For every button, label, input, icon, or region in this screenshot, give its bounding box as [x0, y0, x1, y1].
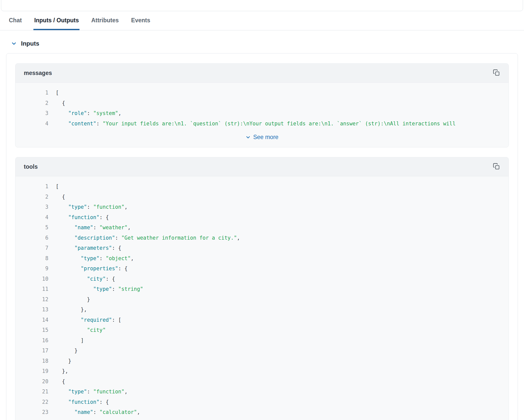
code-text: "name": "calculator",	[56, 407, 140, 417]
line-number: 14	[15, 315, 48, 325]
line-number: 22	[15, 397, 48, 407]
tools-panel-header: tools	[15, 157, 509, 176]
code-line: 4 "function": {	[15, 212, 509, 223]
see-more-link[interactable]: See more	[15, 132, 509, 147]
line-number: 13	[15, 304, 48, 315]
code-text: "description": "Evaluate a mathematical …	[56, 417, 240, 420]
line-number: 4	[15, 212, 48, 223]
line-number: 15	[15, 325, 48, 335]
line-number: 21	[15, 387, 48, 397]
code-text: },	[56, 366, 68, 376]
code-text: "properties": {	[56, 263, 128, 274]
code-line: 3 "type": "function",	[15, 202, 509, 212]
line-number: 7	[15, 243, 48, 253]
line-number: 18	[15, 356, 48, 366]
line-number: 17	[15, 346, 48, 356]
code-line: 23 "name": "calculator",	[15, 407, 509, 417]
messages-panel-header: messages	[15, 64, 509, 83]
line-number: 5	[15, 222, 48, 233]
see-more-label: See more	[253, 134, 278, 141]
code-line: 8 "type": "object",	[15, 253, 509, 264]
code-line: 17 }	[15, 346, 509, 356]
code-line: 12 }	[15, 294, 509, 305]
code-text: "type": "function",	[56, 387, 128, 397]
chevron-down-icon[interactable]	[11, 41, 17, 46]
code-text: "function": {	[56, 397, 109, 407]
code-line: 19 },	[15, 366, 509, 376]
code-text: "role": "system",	[56, 108, 121, 119]
code-text: }	[56, 356, 71, 366]
line-number: 9	[15, 263, 48, 274]
code-text: [	[56, 181, 59, 192]
code-text: }	[56, 346, 77, 356]
code-text: }	[56, 294, 90, 305]
code-line: 2 {	[15, 192, 509, 202]
code-text: {	[56, 192, 65, 202]
code-line: 3 "role": "system",	[15, 108, 509, 119]
line-number: 20	[15, 376, 48, 387]
code-line: 2 {	[15, 98, 509, 108]
code-line: 24 "description": "Evaluate a mathematic…	[15, 417, 509, 420]
code-text: ]	[56, 335, 84, 346]
line-number: 3	[15, 202, 48, 212]
code-text: "description": "Get weather information …	[56, 233, 240, 243]
tab-events[interactable]: Events	[130, 11, 151, 30]
code-line: 7 "parameters": {	[15, 243, 509, 253]
line-number: 3	[15, 108, 48, 119]
line-number: 19	[15, 366, 48, 376]
tab-chat[interactable]: Chat	[8, 11, 23, 30]
code-text: "city"	[56, 325, 106, 335]
line-number: 1	[15, 88, 48, 98]
code-line: 4 "content": "Your input fields are:\n1.…	[15, 119, 509, 129]
code-line: 11 "type": "string"	[15, 284, 509, 294]
top-panel-edge	[0, 0, 524, 11]
tab-inputs-outputs[interactable]: Inputs / Outputs	[33, 11, 79, 30]
code-line: 1[	[15, 88, 509, 98]
line-number: 2	[15, 98, 48, 108]
panel-title: messages	[24, 70, 52, 77]
copy-icon[interactable]	[493, 69, 500, 77]
line-number: 2	[15, 192, 48, 202]
code-line: 1[	[15, 181, 509, 192]
code-text: "name": "weather",	[56, 222, 131, 233]
code-text: "parameters": {	[56, 243, 121, 253]
code-text: "type": "string"	[56, 284, 143, 294]
panel-title: tools	[24, 163, 38, 170]
code-text: "required": [	[56, 315, 121, 325]
code-line: 10 "city": {	[15, 274, 509, 284]
code-line: 14 "required": [	[15, 315, 509, 325]
line-number: 23	[15, 407, 48, 417]
code-text: "function": {	[56, 212, 109, 223]
code-line: 9 "properties": {	[15, 263, 509, 274]
inputs-container: messages 1[2 {3 "role": "system",4 "cont…	[6, 53, 518, 420]
code-text: "content": "Your input fields are:\n1. `…	[56, 119, 456, 129]
section-title: Inputs	[21, 40, 39, 47]
copy-icon[interactable]	[493, 163, 500, 170]
line-number: 8	[15, 253, 48, 264]
inputs-section-header[interactable]: Inputs	[0, 40, 524, 47]
code-line: 6 "description": "Get weather informatio…	[15, 233, 509, 243]
code-text: {	[56, 376, 65, 387]
code-line: 5 "name": "weather",	[15, 222, 509, 233]
chevron-down-icon	[246, 135, 251, 140]
code-line: 13 },	[15, 304, 509, 315]
line-number: 6	[15, 233, 48, 243]
code-line: 15 "city"	[15, 325, 509, 335]
code-text: "type": "object",	[56, 253, 134, 264]
line-number: 1	[15, 181, 48, 192]
code-line: 16 ]	[15, 335, 509, 346]
messages-code-block: 1[2 {3 "role": "system",4 "content": "Yo…	[15, 83, 509, 132]
tab-attributes[interactable]: Attributes	[90, 11, 119, 30]
code-text: "type": "function",	[56, 202, 128, 212]
line-number: 16	[15, 335, 48, 346]
tools-code-block: 1[2 {3 "type": "function",4 "function": …	[15, 176, 509, 420]
code-line: 18 }	[15, 356, 509, 366]
code-text: {	[56, 98, 65, 108]
code-line: 22 "function": {	[15, 397, 509, 407]
tab-bar: Chat Inputs / Outputs Attributes Events	[0, 11, 524, 30]
line-number: 12	[15, 294, 48, 305]
code-line: 21 "type": "function",	[15, 387, 509, 397]
line-number: 4	[15, 119, 48, 129]
line-number: 24	[15, 417, 48, 420]
line-number: 11	[15, 284, 48, 294]
